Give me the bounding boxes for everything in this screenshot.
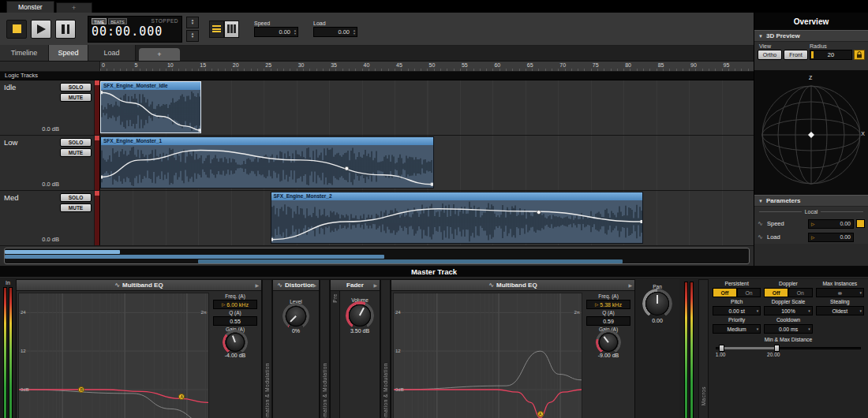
min-max-distance-slider[interactable]: [716, 344, 861, 352]
audio-clip[interactable]: SFX_Engine_Monster_Idle: [100, 81, 201, 133]
cooldown-field[interactable]: 0.00 ms▾: [764, 324, 812, 334]
master-track-header[interactable]: Master Track: [0, 266, 868, 278]
automation-strip[interactable]: Automation & Modulation: [380, 279, 391, 418]
event-tab-monster[interactable]: Monster: [6, 1, 54, 13]
solo-button[interactable]: SOLO: [60, 138, 92, 147]
front-view-button[interactable]: Front: [784, 50, 808, 60]
freq-field[interactable]: ▷6.00 kHz: [213, 300, 257, 309]
track-lane[interactable]: SFX_Engine_Monster_Idle: [100, 80, 754, 135]
parameters-section-header[interactable]: ▼Parameters: [754, 195, 868, 207]
spinner-icon[interactable]: ▾: [808, 327, 810, 331]
persistent-on-button[interactable]: On: [737, 288, 761, 297]
automation-strip[interactable]: Automation & Modulation: [320, 279, 330, 418]
collapse-arrow-icon[interactable]: ▶: [373, 282, 377, 288]
play-button[interactable]: [31, 20, 51, 39]
pan-knob[interactable]: [645, 292, 669, 315]
audio-clip[interactable]: SFX_Engine_Monster_1: [100, 136, 434, 188]
tab-timeline[interactable]: Timeline: [0, 45, 49, 61]
track-lane[interactable]: SFX_Engine_Monster_2: [100, 191, 754, 245]
distortion-header[interactable]: ∿Distortion▶: [273, 280, 319, 291]
nudge-up-spinner[interactable]: ▲▼: [186, 17, 199, 28]
level-knob[interactable]: [286, 306, 306, 327]
persistent-off-button[interactable]: Off: [713, 288, 737, 297]
track-header[interactable]: Low SOLO MUTE 0.0 dB: [0, 136, 95, 190]
minimap[interactable]: [4, 248, 750, 264]
time-mode-button[interactable]: TIME: [92, 18, 107, 24]
gain-knob[interactable]: [599, 333, 618, 352]
grid-view-button[interactable]: [224, 21, 239, 38]
priority-dropdown[interactable]: Medium▾: [713, 324, 761, 334]
volume-knob[interactable]: [349, 304, 371, 327]
freq-field[interactable]: ▷5.38 kHz: [586, 300, 630, 309]
tracks-view-button[interactable]: [209, 21, 224, 38]
spinner-icon[interactable]: ▾: [859, 290, 862, 295]
3d-preview-viewport[interactable]: Z X: [754, 70, 868, 195]
pitch-field[interactable]: 0.00 st▾: [713, 306, 761, 315]
minimap-clip-bar[interactable]: [5, 255, 384, 259]
spinner-icon[interactable]: ▾: [808, 308, 810, 313]
q-field[interactable]: 0.59: [586, 316, 630, 326]
q-field[interactable]: 0.55: [213, 316, 257, 326]
eq-band-handle[interactable]: B: [78, 386, 84, 393]
doppler-off-button[interactable]: Off: [764, 288, 788, 297]
spinner-icon[interactable]: ▲▼: [353, 28, 356, 36]
collapse-arrow-icon[interactable]: ▶: [312, 282, 316, 288]
x-axis-label: X: [861, 131, 865, 136]
track-lane[interactable]: SFX_Engine_Monster_1: [100, 136, 754, 190]
pause-button[interactable]: [55, 20, 76, 39]
doppler-on-button[interactable]: On: [788, 288, 813, 297]
minimap-clip-bar[interactable]: [198, 259, 623, 263]
doppler-scale-field[interactable]: 100%▾: [764, 306, 812, 315]
timeline-ruler[interactable]: 05101520253035404550556065707580859095: [100, 62, 754, 70]
ruler-tick-label: 40: [364, 62, 370, 68]
fader-header[interactable]: Fader▶: [331, 280, 380, 291]
editor-column: TIME BEATS STOPPED 00:00.000 ▲▼ ▲▼ Speed: [0, 13, 754, 266]
ortho-view-button[interactable]: Ortho: [758, 50, 782, 60]
pre-toggle[interactable]: Pre: [332, 293, 338, 303]
cooldown-label: Cooldown: [764, 317, 812, 324]
tab-speed[interactable]: Speed: [49, 45, 88, 61]
nudge-down-spinner[interactable]: ▲▼: [186, 30, 199, 42]
beats-mode-button[interactable]: BEATS: [108, 18, 127, 24]
spinner-icon[interactable]: ▾: [757, 308, 759, 313]
speed-active-flag[interactable]: [856, 219, 865, 228]
spinner-icon[interactable]: ▲▼: [294, 28, 297, 36]
eq-band-handle[interactable]: A: [537, 411, 544, 417]
max-instances-field[interactable]: ∞▾: [816, 288, 864, 297]
load-parameter-field[interactable]: 0.00▲▼: [313, 27, 357, 37]
eq1-header[interactable]: ∿Multiband EQ▶: [17, 280, 261, 291]
speed-value-field[interactable]: ▷0.00: [808, 219, 854, 229]
minimap-clip-bar[interactable]: [5, 250, 120, 254]
lock-button[interactable]: [854, 50, 865, 60]
eq-graph[interactable]: 24120dB-12-242π-2π100100010000BA: [18, 293, 209, 418]
mute-button[interactable]: MUTE: [60, 93, 92, 102]
eq-band-handle[interactable]: A: [178, 394, 185, 400]
gain-knob[interactable]: [226, 333, 245, 352]
eq-graph[interactable]: 24120dB-12-242π-2π100100010000A: [393, 293, 582, 418]
max-distance-handle[interactable]: [774, 345, 780, 352]
track-header[interactable]: Med SOLO MUTE 0.0 dB: [0, 191, 95, 245]
new-tab-button[interactable]: +: [56, 2, 92, 13]
mute-button[interactable]: MUTE: [60, 148, 92, 157]
macros-strip[interactable]: Macros: [698, 279, 709, 418]
solo-button[interactable]: SOLO: [60, 83, 92, 91]
macros-spacer: [816, 317, 864, 324]
speed-parameter-field[interactable]: 0.00▲▼: [254, 27, 298, 37]
mute-button[interactable]: MUTE: [60, 203, 92, 212]
stop-button[interactable]: [6, 20, 27, 39]
radius-slider-handle[interactable]: [811, 51, 814, 58]
add-parameter-tab-button[interactable]: +: [139, 48, 180, 61]
solo-button[interactable]: SOLO: [60, 193, 92, 202]
track-header[interactable]: Idle SOLO MUTE 0.0 dB: [0, 80, 95, 135]
eq2-header[interactable]: ∿Multiband EQ▶: [391, 280, 634, 291]
collapse-arrow-icon[interactable]: ▶: [255, 282, 259, 288]
load-value-field[interactable]: ▷0.00: [808, 233, 854, 242]
audio-clip[interactable]: SFX_Engine_Monster_2: [271, 192, 644, 244]
radius-field[interactable]: 20: [810, 50, 852, 60]
min-distance-handle[interactable]: [719, 345, 724, 352]
collapse-arrow-icon[interactable]: ▶: [628, 282, 632, 288]
automation-strip[interactable]: Automation & Modulation: [262, 279, 272, 418]
preview-section-header[interactable]: ▼3D Preview: [754, 30, 868, 42]
tab-load[interactable]: Load: [88, 45, 136, 61]
stealing-dropdown[interactable]: Oldest▾: [816, 306, 864, 315]
